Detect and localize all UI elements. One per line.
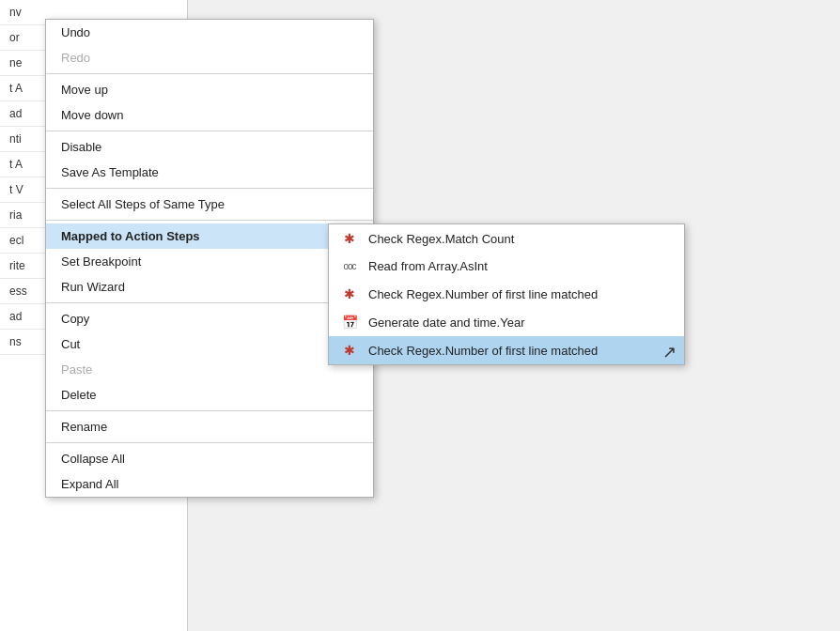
menu-item-save-as-template[interactable]: Save As Template bbox=[46, 160, 373, 185]
separator-6 bbox=[46, 410, 373, 411]
menu-item-collapse-all[interactable]: Collapse All bbox=[46, 446, 373, 471]
separator-1 bbox=[46, 73, 373, 74]
ooc-icon: ooc bbox=[340, 261, 359, 271]
menu-item-run-wizard[interactable]: Run Wizard bbox=[46, 274, 373, 300]
submenu-item-read-from-array-asint[interactable]: ooc Read from Array.AsInt bbox=[329, 253, 684, 280]
submenu-item-check-regex-number-first-line[interactable]: ✱ Check Regex.Number of first line match… bbox=[329, 280, 684, 308]
menu-item-undo[interactable]: Undo bbox=[46, 20, 373, 45]
separator-4 bbox=[46, 220, 373, 221]
menu-item-cut[interactable]: Cut bbox=[46, 331, 373, 357]
menu-item-move-up[interactable]: Move up bbox=[46, 77, 373, 102]
submenu-mapped-to-action-steps: ✱ Check Regex.Match Count ooc Read from … bbox=[328, 223, 685, 365]
submenu-item-check-regex-number-first-line-2[interactable]: ✱ Check Regex.Number of first line match… bbox=[329, 336, 684, 364]
separator-7 bbox=[46, 442, 373, 443]
menu-item-mapped-to-action-steps[interactable]: Mapped to Action Steps ► bbox=[46, 223, 373, 249]
context-menu: Undo Redo Move up Move down Disable Save… bbox=[45, 19, 374, 498]
menu-item-set-breakpoint[interactable]: Set Breakpoint bbox=[46, 249, 373, 274]
menu-item-expand-all[interactable]: Expand All bbox=[46, 471, 373, 497]
submenu-item-check-regex-match-count[interactable]: ✱ Check Regex.Match Count bbox=[329, 224, 684, 253]
asterisk-icon-2: ✱ bbox=[340, 286, 359, 301]
separator-2 bbox=[46, 131, 373, 131]
calendar-icon: 📅 bbox=[340, 315, 359, 330]
menu-item-delete[interactable]: Delete bbox=[46, 382, 373, 408]
menu-item-select-all-steps[interactable]: Select All Steps of Same Type bbox=[46, 192, 373, 217]
menu-item-redo[interactable]: Redo bbox=[46, 45, 373, 70]
separator-5 bbox=[46, 302, 373, 303]
menu-item-move-down[interactable]: Move down bbox=[46, 102, 373, 128]
menu-item-paste[interactable]: Paste bbox=[46, 357, 373, 382]
separator-3 bbox=[46, 188, 373, 189]
menu-item-copy[interactable]: Copy bbox=[46, 306, 373, 331]
menu-item-rename[interactable]: Rename bbox=[46, 414, 373, 439]
asterisk-icon-3: ✱ bbox=[340, 343, 359, 358]
asterisk-icon-1: ✱ bbox=[340, 231, 359, 246]
menu-item-disable[interactable]: Disable bbox=[46, 134, 373, 160]
submenu-item-generate-date-time-year[interactable]: 📅 Generate date and time.Year bbox=[329, 308, 684, 336]
